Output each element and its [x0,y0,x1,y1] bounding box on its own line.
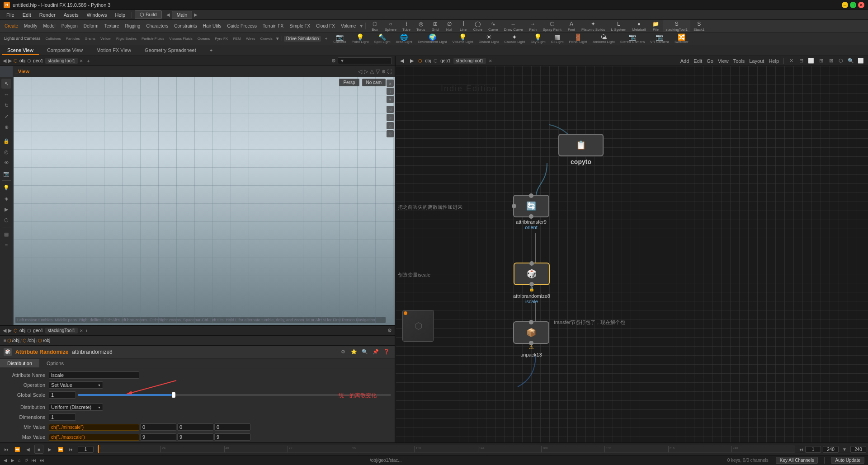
ne-icon-btn1[interactable]: ✕ [787,56,796,66]
vp-right-btn3[interactable]: ▼ [387,96,394,103]
skip-end-btn[interactable]: ⏭ [67,445,76,454]
curve-tool[interactable]: ∿Curve [486,20,500,33]
search-params-btn[interactable]: 🔍 [360,348,369,357]
tab-add[interactable]: + [204,46,218,55]
handle-tool[interactable]: ⊕ [1,122,11,132]
menu-assets[interactable]: Assets [60,11,82,19]
tab-distribution[interactable]: Distribution [0,359,39,367]
viewport[interactable]: _View ◁ ▷ △ ▽ ⚙ ⛶ ↖ ↔ ↻ ⤢ ⊕ 🔒 ◎ [0,66,395,325]
gi-light-btn[interactable]: ▦GI Light [548,33,566,44]
frame-end-input[interactable] [823,446,839,453]
menu-file[interactable]: File [3,11,18,19]
stacking-tab[interactable]: stackingTool1 [45,58,78,64]
breadcrumb-obj3[interactable]: ⬡ [38,338,42,343]
ne-geo1[interactable]: geo1 [440,58,450,63]
polygon-label[interactable]: Polygon [59,23,80,29]
max-value-expr[interactable] [49,434,139,441]
vp-right-btn4[interactable]: ◁ [387,106,394,113]
node-unpack13[interactable]: 📦 ⚠ unpack13 [513,321,549,357]
vp-right-btn6[interactable]: △ [387,122,394,129]
sb-snap-next[interactable]: ⏭ [40,458,44,463]
obj-label[interactable]: obj [19,58,25,63]
snap-tool[interactable]: ◎ [1,147,11,157]
nav-back[interactable]: ◀ [3,58,6,64]
sb-snap-prev[interactable]: ⏮ [32,458,36,463]
step-forward-btn[interactable]: ⏩ [56,445,65,454]
tab-motion-fx[interactable]: Motion FX View [91,46,137,55]
ne-nav-forward[interactable]: ▶ [408,57,415,64]
stop-btn[interactable]: ■ [34,445,43,454]
ne-icon-btn5[interactable]: ⊠ [826,56,835,66]
stack1-tool[interactable]: SStack1 [691,20,707,33]
box-tool[interactable]: ⬡Box [368,20,382,33]
vp-right-btn1[interactable]: ▲ [387,80,394,87]
stacking-tool[interactable]: SstackingTool1 [663,20,690,33]
collisions-label[interactable]: Collisions [43,37,63,41]
viewport-path-input[interactable]: ▼ [338,57,392,64]
vp-toolbar-btn1[interactable]: ◁ [358,68,362,75]
guide-label[interactable]: Guide Process [224,23,259,29]
mat-tool[interactable]: ◈ [1,193,11,203]
lock-tool[interactable]: 🔒 [1,136,11,146]
min-v1[interactable] [140,423,176,431]
ne-icon-btn6[interactable]: ⬡ [836,56,845,66]
modify-label[interactable]: Modify [21,23,40,29]
global-scale-input[interactable] [49,391,76,399]
drawcurve-tool[interactable]: ⌢Draw Curve [501,20,525,33]
dimensions-input[interactable] [49,413,76,421]
breadcrumb-obj2[interactable]: ⬡ [23,338,27,343]
ne-obj[interactable]: obj [425,58,431,63]
sb-home[interactable]: ⌂ [18,458,21,463]
tab-options[interactable]: Options [39,359,71,367]
main-workspace[interactable]: Main [172,11,193,19]
ne-layout-btn[interactable]: Layout [747,58,766,64]
sky-light-btn[interactable]: 💡Sky Light [528,33,548,44]
grid-tool[interactable]: ⊞Grid [429,20,442,33]
lights-cameras-label[interactable]: Lights and Cameras [2,36,43,41]
point-light-btn[interactable]: 💡Point Light [349,33,371,44]
ne-icon-btn7[interactable]: 🔍 [846,56,855,66]
menu-edit[interactable]: Edit [19,11,35,19]
ne-icon-btn8[interactable]: ⬜ [856,56,865,66]
spot-light-btn[interactable]: 🔦Spot Light [372,33,393,44]
timeline-bar[interactable]: 0 24 48 72 96 120 144 168 [97,446,795,453]
build-button[interactable]: ⬡ Build [135,10,162,19]
param-obj[interactable]: obj [19,328,25,333]
characters-label[interactable]: Characters [143,23,171,29]
volume-light-btn[interactable]: 💡Volume Light [450,33,476,44]
ne-go-btn[interactable]: Go [705,58,715,64]
path-tool[interactable]: →Path [526,20,540,33]
sphere-tool[interactable]: ○Sphere [382,20,399,33]
add-tab[interactable]: + [87,58,90,64]
param-tab-close[interactable]: ✕ [80,329,83,333]
expand-btn[interactable]: ❓ [382,348,391,357]
min-v2[interactable] [177,423,213,431]
wires-label[interactable]: Wires [244,37,257,41]
grains-label[interactable]: Grains [82,37,98,41]
ne-icon-btn4[interactable]: ⊞ [816,56,826,66]
vp-toolbar-btn3[interactable]: △ [370,68,374,75]
light-tool[interactable]: 💡 [1,183,11,193]
null-tool[interactable]: ∅Null [443,20,456,33]
vellum-label[interactable]: Vellum [98,37,113,41]
geo-tool[interactable]: ⬡ [1,215,11,225]
breadcrumb-obj2-label[interactable]: /obj [28,338,35,343]
lsystem-tool[interactable]: LL-System [608,20,629,33]
param-geo1[interactable]: geo1 [33,328,43,333]
frame-start-input[interactable] [805,446,821,453]
torus-tool[interactable]: ◎Torus [414,20,428,33]
camera-set-tool[interactable]: 📷 [1,169,11,178]
pyro-label[interactable]: Pyro FX [212,37,230,41]
help-btn[interactable]: ⚙ [339,348,348,357]
breadcrumb-obj3-label[interactable]: /obj [43,338,50,343]
caustic-light-btn[interactable]: ✦Caustic Light [502,33,527,44]
vp-right-btn5[interactable]: ▷ [387,114,394,121]
nav-forward[interactable]: ▶ [8,58,12,64]
env-light-btn[interactable]: 🌍Environment Light [415,33,449,44]
play-back-btn[interactable]: ◀ [24,445,33,454]
distribution-dropdown[interactable]: Uniform (Discrete) [49,404,103,411]
param-add-tab[interactable]: + [85,328,88,333]
step-back-btn[interactable]: ⏪ [13,445,22,454]
param-nav-back[interactable]: ◀ [3,328,6,333]
vp-toolbar-btn6[interactable]: ⛶ [387,69,392,74]
